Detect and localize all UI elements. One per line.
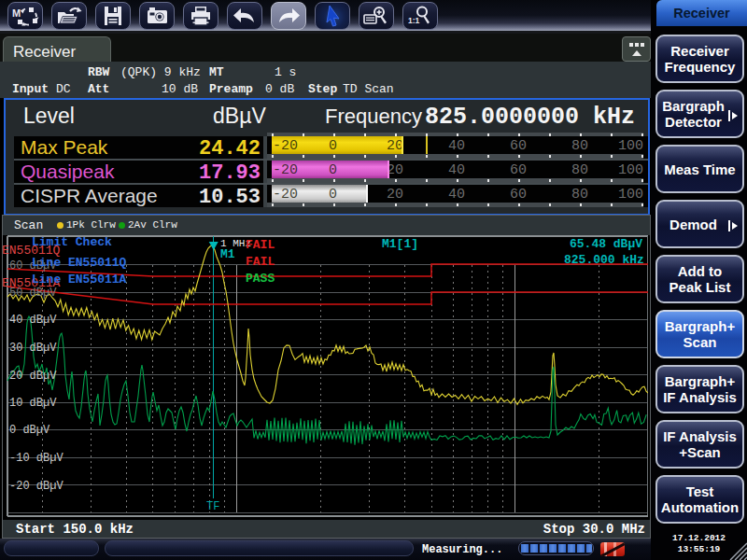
svg-text:1:1: 1:1	[408, 16, 420, 25]
svg-text:M: M	[12, 7, 21, 19]
